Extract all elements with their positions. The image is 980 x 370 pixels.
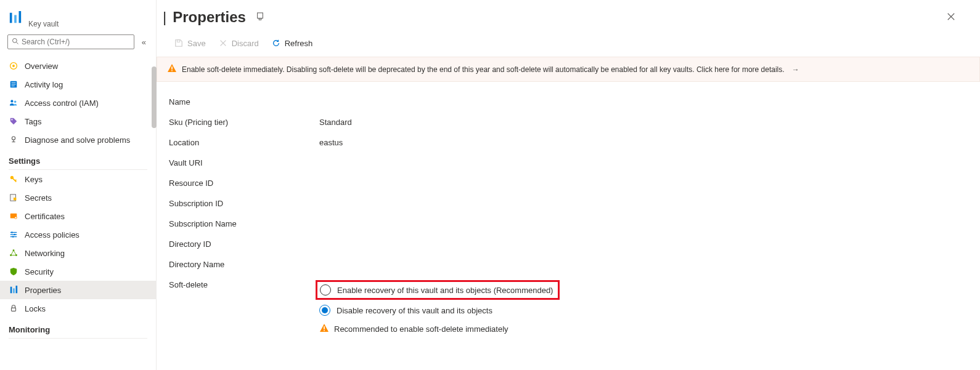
banner-text: Enable soft-delete immediately. Disablin… (182, 65, 785, 74)
page-title: Properties (173, 9, 246, 26)
svg-point-23 (15, 217, 17, 219)
refresh-button[interactable]: Refresh (266, 36, 318, 50)
soft-delete-warning: Recommended to enable soft-delete immedi… (319, 321, 560, 335)
svg-rect-47 (171, 66, 173, 70)
save-button[interactable]: Save (169, 36, 211, 50)
close-button[interactable] (947, 11, 955, 24)
sidebar-item-label: Networking (25, 249, 65, 258)
title-pipe: | (163, 9, 166, 26)
sidebar-item-diagnose[interactable]: Diagnose and solve problems (0, 131, 156, 149)
sidebar-scrollbar[interactable] (152, 66, 157, 128)
prop-row-vault-uri: Vault URI (169, 153, 968, 173)
svg-rect-21 (14, 198, 16, 200)
radio-enable-recovery[interactable]: Enable recovery of this vault and its ob… (316, 280, 560, 300)
sidebar-item-keys[interactable]: Keys (0, 170, 156, 188)
refresh-label: Refresh (285, 39, 313, 48)
prop-label: Vault URI (169, 158, 319, 167)
sidebar-item-locks[interactable]: Locks (0, 299, 156, 318)
nav-divider (9, 338, 147, 339)
svg-rect-40 (258, 12, 263, 18)
collapse-sidebar-button[interactable]: « (139, 36, 149, 48)
svg-line-33 (11, 251, 14, 255)
radio-disable-recovery[interactable]: Disable recovery of this vault and its o… (319, 304, 560, 317)
sidebar-item-label: Security (25, 267, 54, 276)
sidebar-item-tags[interactable]: Tags (0, 112, 156, 131)
save-label: Save (187, 39, 206, 48)
sidebar-item-access-policies[interactable]: Access policies (0, 225, 156, 244)
prop-row-soft-delete: Soft-delete Enable recovery of this vaul… (169, 275, 968, 340)
svg-rect-48 (171, 70, 173, 71)
svg-rect-49 (324, 326, 325, 329)
prop-row-subscription-name: Subscription Name (169, 214, 968, 234)
sidebar-item-overview[interactable]: Overview (0, 57, 156, 75)
sidebar-item-access-control[interactable]: Access control (IAM) (0, 94, 156, 112)
secrets-icon (9, 193, 18, 203)
prop-row-location: Location eastus (169, 132, 968, 153)
tags-icon (9, 116, 18, 126)
sidebar-search[interactable] (7, 34, 134, 49)
radio-label: Disable recovery of this vault and its o… (337, 306, 492, 315)
radio-icon-selected (319, 305, 330, 316)
sidebar-nav: Overview Activity log Access control (IA… (0, 54, 156, 339)
svg-point-6 (12, 65, 15, 67)
sidebar-item-secrets[interactable]: Secrets (0, 188, 156, 207)
sidebar-item-label: Certificates (25, 212, 65, 221)
prop-label: Resource ID (169, 179, 319, 188)
info-banner[interactable]: Enable soft-delete immediately. Disablin… (157, 57, 980, 82)
prop-label: Directory Name (169, 260, 319, 269)
sidebar-item-networking[interactable]: Networking (0, 244, 156, 262)
diagnose-icon (9, 135, 18, 145)
keyvault-logo-icon (9, 11, 22, 25)
sidebar-item-label: Diagnose and solve problems (25, 135, 130, 145)
svg-point-28 (14, 234, 15, 236)
activity-log-icon (9, 79, 18, 89)
svg-rect-0 (10, 13, 12, 23)
sidebar-item-label: Secrets (25, 193, 52, 203)
svg-point-13 (11, 119, 12, 120)
svg-line-4 (17, 42, 18, 44)
svg-line-34 (14, 251, 16, 255)
discard-button[interactable]: Discard (213, 36, 264, 50)
arrow-right-icon: → (792, 65, 799, 74)
sidebar-item-label: Keys (25, 175, 43, 184)
svg-rect-36 (10, 287, 12, 294)
radio-label: Enable recovery of this vault and its ob… (337, 286, 553, 295)
prop-label: Directory ID (169, 239, 319, 249)
warning-text: Recommended to enable soft-delete immedi… (334, 324, 508, 334)
prop-row-sku: Sku (Pricing tier) Standard (169, 112, 968, 132)
prop-row-directory-name: Directory Name (169, 254, 968, 275)
svg-rect-1 (14, 15, 17, 23)
svg-rect-50 (324, 330, 325, 331)
highlight-box-label: Soft-delete (169, 280, 208, 289)
sidebar-item-label: Properties (25, 286, 61, 295)
search-input[interactable] (22, 38, 130, 46)
sidebar-item-label: Access control (IAM) (25, 99, 99, 108)
prop-row-name: Name (169, 92, 968, 112)
discard-label: Discard (232, 39, 259, 48)
certificates-icon (9, 211, 18, 221)
sidebar-item-properties[interactable]: Properties (0, 281, 156, 299)
svg-point-11 (10, 100, 13, 102)
sidebar-item-label: Tags (25, 117, 41, 126)
sidebar: Key vault « Overview Activity log A (0, 0, 157, 370)
sidebar-item-security[interactable]: Security (0, 262, 156, 281)
discard-icon (218, 38, 228, 48)
sidebar-item-certificates[interactable]: Certificates (0, 207, 156, 225)
resource-type-label: Key vault (28, 20, 59, 28)
svg-point-29 (12, 236, 14, 238)
main-header: | Properties (157, 0, 980, 32)
pin-icon[interactable] (256, 12, 264, 23)
prop-value: eastus (319, 138, 343, 147)
sidebar-item-activity-log[interactable]: Activity log (0, 75, 156, 94)
svg-rect-38 (16, 286, 18, 293)
prop-label: Subscription ID (169, 199, 319, 208)
access-policies-icon (9, 230, 18, 239)
toolbar: Save Discard Refresh (157, 32, 980, 57)
prop-value: Standard (319, 118, 352, 127)
svg-point-27 (11, 231, 13, 233)
refresh-icon (271, 38, 281, 48)
prop-label: Name (169, 97, 319, 107)
save-icon (174, 38, 184, 48)
sidebar-item-label: Access policies (25, 230, 80, 239)
svg-rect-2 (19, 11, 22, 23)
